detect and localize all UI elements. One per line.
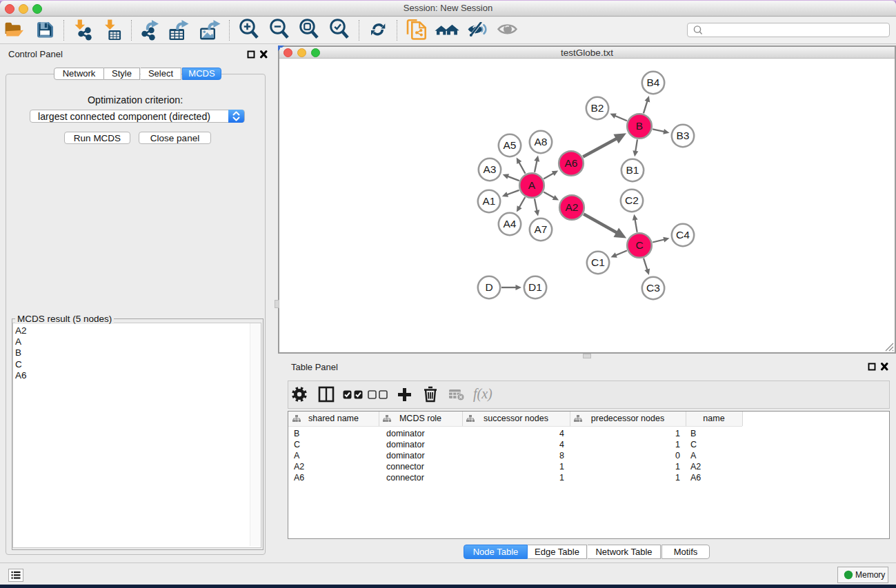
svg-text:A2: A2 (566, 201, 579, 213)
svg-text:C: C (635, 239, 643, 251)
svg-text:C4: C4 (676, 229, 690, 241)
svg-text:A1: A1 (483, 195, 496, 207)
svg-text:D1: D1 (528, 281, 542, 293)
svg-text:B1: B1 (626, 164, 639, 176)
svg-text:C1: C1 (591, 256, 605, 268)
svg-text:C2: C2 (625, 194, 639, 206)
svg-text:A8: A8 (535, 136, 548, 148)
svg-text:B2: B2 (591, 102, 604, 114)
svg-text:D: D (485, 281, 492, 293)
svg-text:A: A (528, 179, 536, 191)
svg-text:B4: B4 (647, 77, 660, 88)
svg-text:B3: B3 (677, 130, 690, 141)
svg-text:A5: A5 (504, 139, 517, 151)
svg-text:B: B (636, 120, 643, 132)
svg-text:A6: A6 (565, 157, 578, 169)
svg-text:A4: A4 (504, 218, 517, 230)
svg-text:A3: A3 (484, 163, 497, 175)
svg-text:C3: C3 (646, 282, 660, 294)
svg-text:A7: A7 (535, 223, 548, 235)
